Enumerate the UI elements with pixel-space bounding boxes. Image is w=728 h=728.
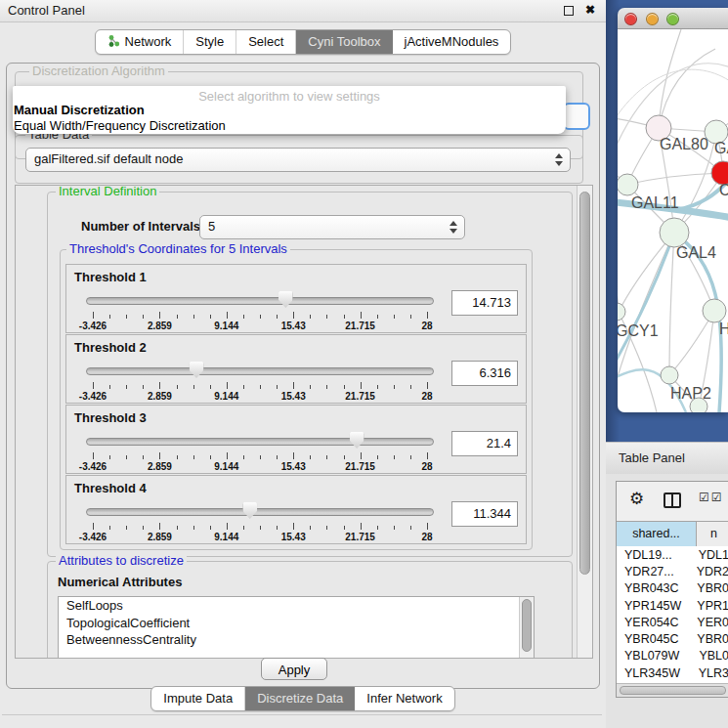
algorithm-combobox[interactable]: [563, 103, 590, 130]
tab-infer-network-label: Infer Network: [366, 691, 442, 706]
cell-name[interactable]: YDL1: [689, 548, 728, 562]
threshold-4-value-field[interactable]: 11.344: [451, 501, 518, 527]
tab-infer-network[interactable]: Infer Network: [355, 687, 453, 710]
float-window-icon[interactable]: [564, 6, 574, 16]
gear-icon[interactable]: ⚙: [629, 489, 644, 509]
network-node[interactable]: [661, 366, 678, 384]
table-row[interactable]: YPR145WYPR1: [617, 597, 728, 614]
column-header-name[interactable]: n: [697, 522, 728, 547]
table-header-row: shared... n: [617, 521, 728, 548]
network-edge[interactable]: [659, 49, 715, 128]
table-row[interactable]: YDL19...YDL1: [617, 546, 728, 563]
apply-button[interactable]: Apply: [261, 658, 327, 680]
slider-tick: [210, 526, 211, 530]
cell-name[interactable]: YBL0: [689, 649, 728, 663]
cell-shared-name[interactable]: YLR345W: [617, 666, 689, 680]
minimize-traffic-light-icon[interactable]: [646, 13, 659, 25]
network-node[interactable]: [618, 174, 638, 195]
network-node[interactable]: [618, 303, 625, 321]
list-item[interactable]: SelfLoops: [59, 597, 534, 615]
close-traffic-light-icon[interactable]: [624, 13, 637, 25]
slider-thumb[interactable]: [190, 362, 204, 378]
slider-tick: [93, 523, 94, 530]
table-row[interactable]: YBR045CYBR0: [617, 630, 728, 647]
slider-tick: [93, 382, 94, 389]
table-row[interactable]: YBR043CYBR0: [617, 580, 728, 597]
threshold-1-slider[interactable]: -3.4262.8599.14415.4321.71528: [86, 290, 434, 331]
slider-tick: [260, 526, 261, 530]
network-edge[interactable]: [627, 173, 723, 185]
tab-discretize-data[interactable]: Discretize Data: [245, 687, 355, 710]
slider-thumb[interactable]: [350, 432, 364, 449]
cell-shared-name[interactable]: YPR145W: [617, 599, 687, 613]
threshold-2-slider[interactable]: -3.4262.8599.14415.4321.71528: [86, 361, 434, 402]
cell-shared-name[interactable]: YBR043C: [617, 581, 687, 595]
scrollbar-thumb[interactable]: [579, 192, 590, 575]
slider-tick: [126, 315, 127, 319]
cell-shared-name[interactable]: YDR27...: [617, 565, 687, 578]
list-item[interactable]: BetweennessCentrality: [59, 631, 534, 649]
checkbox-icons[interactable]: ☑☑: [699, 491, 724, 504]
dropdown-item-manual-discretization[interactable]: Manual Discretization: [14, 103, 145, 117]
cell-name[interactable]: YBR0: [687, 581, 728, 595]
slider-tick-label: 28: [421, 532, 432, 542]
column-split-icon[interactable]: [664, 492, 681, 508]
network-graph[interactable]: GAL80GACGAL11GAL4GCY1HHAP2: [618, 29, 728, 412]
node-table: ⚙ ☑☑ shared... n YDL19...YDL1YDR27...YDR…: [616, 481, 728, 698]
table-row[interactable]: YDR27...YDR2: [617, 563, 728, 579]
cell-name[interactable]: YPR1: [687, 599, 728, 613]
slider-thumb[interactable]: [278, 291, 293, 308]
column-header-shared-name[interactable]: shared...: [617, 522, 697, 547]
table-horizontal-scrollbar[interactable]: [617, 683, 728, 697]
slider-thumb[interactable]: [242, 502, 257, 519]
network-edge[interactable]: [618, 233, 674, 366]
table-row[interactable]: YLR345WYLR3: [617, 664, 728, 681]
tab-network[interactable]: Network: [96, 30, 185, 54]
network-edge[interactable]: [669, 233, 674, 375]
tab-impute-data[interactable]: Impute Data: [151, 687, 245, 710]
cell-name[interactable]: YLR3: [689, 666, 728, 680]
slider-tick: [344, 315, 345, 319]
cell-shared-name[interactable]: YBL079W: [617, 649, 689, 663]
list-scrollbar[interactable]: [519, 597, 534, 659]
cell-name[interactable]: YBR0: [687, 632, 728, 646]
network-canvas[interactable]: GAL80GACGAL11GAL4GCY1HHAP2: [618, 29, 728, 412]
tab-jactivemnodules[interactable]: jActiveMNodules: [393, 30, 511, 54]
threshold-1-value-field[interactable]: 14.713: [451, 290, 518, 316]
slider-tick: [394, 455, 395, 459]
zoom-traffic-light-icon[interactable]: [666, 13, 679, 25]
cell-name[interactable]: YDR2: [687, 565, 728, 578]
cell-shared-name[interactable]: YDL19...: [617, 548, 689, 562]
slider-tick: [326, 455, 327, 459]
cell-name[interactable]: YER0: [687, 616, 728, 629]
slider-tick-label: 9.144: [214, 461, 238, 472]
cell-shared-name[interactable]: YER054C: [617, 616, 687, 629]
network-window-titlebar[interactable]: [618, 8, 728, 29]
dropdown-item-equal-width-frequency[interactable]: Equal Width/Frequency Discretization: [14, 118, 226, 133]
tab-style[interactable]: Style: [184, 30, 236, 54]
table-row[interactable]: YBL079WYBL0: [617, 648, 728, 664]
node-label: GCY1: [618, 322, 659, 339]
threshold-4-slider[interactable]: -3.4262.8599.14415.4321.71528: [86, 501, 434, 542]
table-panel-titlebar: Table Panel: [606, 442, 728, 475]
cell-shared-name[interactable]: YBR045C: [617, 632, 687, 646]
slider-tick: [361, 523, 362, 530]
number-of-intervals-value: 5: [208, 219, 215, 234]
network-node[interactable]: [660, 218, 689, 247]
list-item[interactable]: TopologicalCoefficient: [59, 615, 534, 632]
network-node[interactable]: [703, 299, 726, 322]
threshold-3-value-field[interactable]: 21.4: [451, 431, 518, 456]
threshold-3-slider[interactable]: -3.4262.8599.14415.4321.71528: [86, 431, 434, 472]
threshold-2-value-field[interactable]: 6.316: [451, 361, 518, 386]
table-row[interactable]: YER054CYER0: [617, 614, 728, 630]
table-data-combobox[interactable]: galFiltered.sif default node: [25, 148, 571, 172]
numerical-attributes-list[interactable]: SelfLoops TopologicalCoefficient Between…: [58, 596, 535, 659]
thresholds-group-title: Threshold's Coordinates for 5 Intervals: [66, 242, 290, 256]
scrollbar-thumb[interactable]: [620, 686, 726, 695]
tab-cyni-toolbox[interactable]: Cyni Toolbox: [296, 30, 392, 54]
slider-tick: [410, 385, 411, 389]
number-of-intervals-combobox[interactable]: 5: [199, 215, 465, 239]
close-icon[interactable]: ✖: [585, 3, 595, 17]
tab-select[interactable]: Select: [236, 30, 296, 54]
panel-scrollbar[interactable]: [577, 186, 592, 658]
